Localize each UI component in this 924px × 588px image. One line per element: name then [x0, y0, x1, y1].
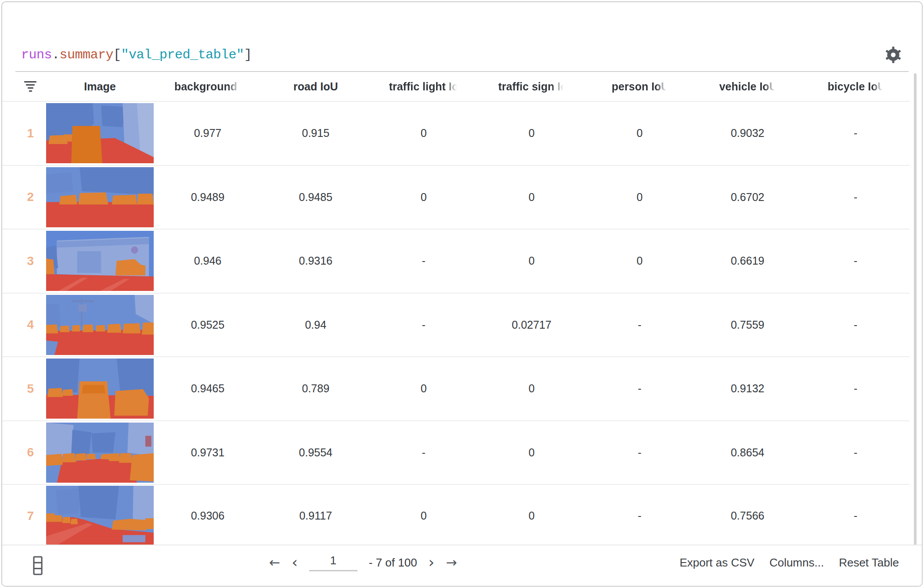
iou-value-cell: 0.94	[262, 319, 370, 331]
iou-value-cell: 0.9132	[693, 382, 801, 395]
iou-value-cell: 0.789	[262, 382, 370, 395]
last-page-button[interactable]: →	[446, 556, 457, 569]
iou-value-cell: 0.9032	[693, 127, 801, 140]
iou-value-cell: -	[801, 382, 910, 395]
iou-value-cell: -	[370, 446, 478, 459]
iou-value-cell: 0	[370, 509, 478, 522]
filter-icon[interactable]	[24, 81, 36, 92]
iou-value-cell: 0.9554	[262, 446, 370, 459]
row-image-cell	[46, 103, 154, 163]
table-row: 7 0.93060.911700-0.7566-	[2, 484, 910, 548]
iou-value-cell: 0	[585, 127, 693, 140]
page-range-label: - 7 of 100	[369, 556, 417, 570]
prev-page-button[interactable]: ‹	[292, 556, 298, 568]
segmentation-thumbnail[interactable]	[46, 486, 154, 546]
iou-value-cell: 0.9465	[154, 382, 262, 395]
segmentation-thumbnail[interactable]	[46, 423, 154, 483]
iou-value-cell: -	[801, 319, 910, 331]
iou-value-cell: 0	[585, 191, 693, 204]
row-image-cell	[46, 486, 154, 546]
iou-value-cell: 0.6619	[693, 255, 801, 267]
iou-value-cell: 0.9525	[154, 319, 262, 331]
row-index: 7	[2, 509, 46, 523]
export-csv-button[interactable]: Export as CSV	[679, 556, 754, 570]
row-index: 4	[2, 318, 46, 332]
column-header-bicycle-iou[interactable]: bicycle IoU	[828, 80, 884, 93]
code-token: .	[52, 47, 60, 62]
row-index: 3	[2, 254, 46, 268]
iou-value-cell: 0.6702	[693, 191, 801, 204]
table-row: 6 0.97310.9554-0-0.8654-	[2, 420, 910, 484]
column-header-vehicle-iou[interactable]: vehicle IoU	[719, 80, 776, 93]
table-row: 3 0.9460.9316-000.6619-	[2, 229, 910, 293]
iou-value-cell: 0.946	[154, 255, 262, 267]
iou-value-cell: 0.8654	[693, 446, 801, 459]
row-image-cell	[46, 231, 154, 291]
column-header-traffic-sign-iou[interactable]: traffic sign IoU	[498, 80, 565, 93]
code-token: runs	[21, 47, 52, 62]
reset-table-button[interactable]: Reset Table	[839, 556, 899, 570]
code-token: summary	[60, 47, 114, 62]
code-token: ]	[244, 47, 252, 62]
iou-value-cell: 0	[478, 446, 586, 459]
iou-value-cell: 0.9489	[154, 191, 262, 204]
columns-button[interactable]: Columns...	[769, 556, 824, 570]
iou-value-cell: 0	[370, 382, 478, 395]
iou-value-cell: -	[585, 382, 693, 395]
footer-actions: Export as CSV Columns... Reset Table	[679, 545, 899, 580]
segmentation-thumbnail[interactable]	[46, 231, 154, 291]
iou-value-cell: 0	[478, 127, 586, 140]
rows-panel-icon[interactable]	[33, 556, 44, 575]
iou-value-cell: 0	[370, 127, 478, 140]
iou-value-cell: -	[801, 509, 910, 522]
iou-value-cell: 0.9117	[262, 509, 370, 522]
iou-value-cell: 0	[478, 255, 586, 267]
pagination: ← ‹ - 7 of 100 › →	[269, 545, 457, 580]
row-image-cell	[46, 167, 154, 227]
column-header-background-iou[interactable]: background IoU	[174, 80, 241, 93]
table-row: 5 0.94650.78900-0.9132-	[2, 356, 910, 420]
iou-value-cell: -	[801, 127, 910, 140]
row-image-cell	[46, 359, 154, 419]
iou-value-cell: 0.7566	[693, 509, 801, 522]
gear-icon[interactable]	[883, 45, 903, 65]
table-footer: ← ‹ - 7 of 100 › → Export as CSV Columns…	[2, 545, 922, 586]
segmentation-thumbnail[interactable]	[46, 103, 154, 163]
iou-value-cell: -	[585, 319, 693, 331]
iou-value-cell: -	[801, 446, 910, 459]
column-header-image[interactable]: Image	[84, 80, 116, 93]
row-image-cell	[46, 295, 154, 355]
row-index: 6	[2, 445, 46, 459]
iou-value-cell: 0	[585, 255, 693, 267]
vertical-scrollbar[interactable]	[914, 73, 917, 548]
table-panel: runs.summary["val_pred_table"] Image bac…	[1, 1, 923, 587]
row-index: 5	[2, 382, 46, 396]
first-page-button[interactable]: ←	[269, 556, 280, 569]
segmentation-thumbnail[interactable]	[46, 167, 154, 227]
iou-value-cell: 0	[370, 191, 478, 204]
table-header-row: Image background IoU road IoU traffic li…	[2, 72, 922, 101]
row-index: 2	[2, 190, 46, 204]
next-page-button[interactable]: ›	[429, 556, 435, 568]
title-divider	[15, 71, 909, 72]
iou-value-cell: -	[585, 446, 693, 459]
iou-value-cell: 0.915	[262, 127, 370, 140]
table-row: 1 0.9770.9150000.9032-	[2, 101, 910, 165]
column-header-person-iou[interactable]: person IoU	[612, 80, 668, 93]
iou-value-cell: -	[370, 319, 478, 331]
panel-title-bar: runs.summary["val_pred_table"]	[2, 2, 922, 71]
code-token: "val_pred_table"	[121, 47, 244, 62]
page-number-input[interactable]	[309, 554, 357, 571]
column-header-road-iou[interactable]: road IoU	[293, 80, 338, 93]
iou-value-cell: -	[370, 255, 478, 267]
column-header-traffic-light-iou[interactable]: traffic light IoU	[389, 80, 458, 93]
row-image-cell	[46, 423, 154, 483]
row-index: 1	[2, 126, 46, 140]
iou-value-cell: -	[801, 255, 910, 267]
iou-value-cell: 0	[478, 382, 586, 395]
segmentation-thumbnail[interactable]	[46, 359, 154, 419]
iou-value-cell: 0	[478, 191, 586, 204]
segmentation-thumbnail[interactable]	[46, 295, 154, 355]
iou-value-cell: 0.7559	[693, 319, 801, 331]
iou-value-cell: -	[585, 509, 693, 522]
